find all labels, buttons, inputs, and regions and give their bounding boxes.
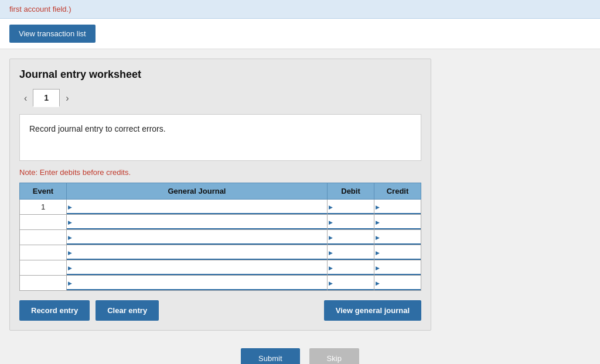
top-notice: first account field.) xyxy=(0,0,600,19)
credit-input[interactable] xyxy=(374,200,421,214)
col-header-debit: Debit xyxy=(328,183,374,200)
event-cell xyxy=(20,245,67,260)
credit-input[interactable] xyxy=(374,245,421,260)
gj-input[interactable] xyxy=(67,215,327,229)
col-header-gj: General Journal xyxy=(67,183,328,200)
gj-input[interactable] xyxy=(67,276,327,290)
table-row xyxy=(20,245,421,260)
debit-input[interactable] xyxy=(328,200,374,214)
debit-cell[interactable] xyxy=(328,245,374,260)
debit-cell[interactable] xyxy=(328,200,374,215)
view-transaction-list-button[interactable]: View transaction list xyxy=(9,25,96,43)
tab-prev-arrow[interactable]: ‹ xyxy=(19,91,32,106)
general-journal-cell[interactable] xyxy=(67,230,328,245)
worksheet-title: Journal entry worksheet xyxy=(19,68,421,81)
table-row xyxy=(20,215,421,230)
event-cell xyxy=(20,215,67,230)
view-general-journal-button[interactable]: View general journal xyxy=(324,300,421,321)
general-journal-cell[interactable] xyxy=(67,276,328,291)
event-cell xyxy=(20,230,67,245)
general-journal-cell[interactable] xyxy=(67,200,328,215)
credit-input[interactable] xyxy=(374,230,421,245)
table-row: 1 xyxy=(20,200,421,215)
journal-table: Event General Journal Debit Credit 1 xyxy=(19,183,421,291)
table-row xyxy=(20,260,421,276)
debit-cell[interactable] xyxy=(328,215,374,230)
gj-input[interactable] xyxy=(67,245,327,260)
debit-cell[interactable] xyxy=(328,230,374,245)
debit-input[interactable] xyxy=(328,276,374,290)
general-journal-cell[interactable] xyxy=(67,215,328,230)
debit-input[interactable] xyxy=(328,245,374,260)
credit-cell[interactable] xyxy=(374,200,421,215)
table-row xyxy=(20,276,421,291)
debit-cell[interactable] xyxy=(328,276,374,291)
note-text: Note: Enter debits before credits. xyxy=(19,168,421,177)
table-row xyxy=(20,230,421,245)
instruction-box: Record journal entry to correct errors. xyxy=(19,114,421,161)
debit-input[interactable] xyxy=(328,215,374,229)
credit-cell[interactable] xyxy=(374,260,421,276)
tab-next-arrow[interactable]: › xyxy=(61,91,73,106)
skip-button[interactable]: Skip xyxy=(309,348,359,364)
event-cell xyxy=(20,276,67,291)
worksheet-card: Journal entry worksheet ‹ 1 › Record jou… xyxy=(9,59,431,331)
record-entry-button[interactable]: Record entry xyxy=(19,300,90,321)
gj-input[interactable] xyxy=(67,200,327,214)
debit-input[interactable] xyxy=(328,260,374,275)
event-cell: 1 xyxy=(20,200,67,215)
debit-input[interactable] xyxy=(328,230,374,245)
col-header-event: Event xyxy=(20,183,67,200)
credit-cell[interactable] xyxy=(374,245,421,260)
tab-1[interactable]: 1 xyxy=(33,89,60,107)
col-header-credit: Credit xyxy=(374,183,421,200)
credit-input[interactable] xyxy=(374,215,421,229)
clear-entry-button[interactable]: Clear entry xyxy=(96,300,159,321)
event-cell xyxy=(20,260,67,276)
gj-input[interactable] xyxy=(67,230,327,245)
debit-cell[interactable] xyxy=(328,260,374,276)
credit-cell[interactable] xyxy=(374,215,421,230)
credit-cell[interactable] xyxy=(374,230,421,245)
submit-button[interactable]: Submit xyxy=(241,348,299,364)
credit-cell[interactable] xyxy=(374,276,421,291)
gj-input[interactable] xyxy=(67,260,327,275)
general-journal-cell[interactable] xyxy=(67,245,328,260)
credit-input[interactable] xyxy=(374,260,421,275)
credit-input[interactable] xyxy=(374,276,421,290)
general-journal-cell[interactable] xyxy=(67,260,328,276)
